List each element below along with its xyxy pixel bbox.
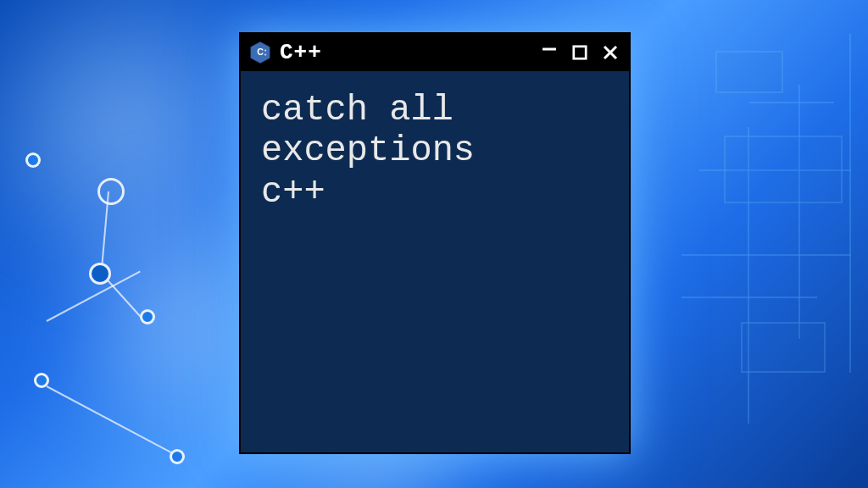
cpp-icon: C + +: [248, 40, 273, 65]
close-button[interactable]: [600, 42, 620, 63]
window-controls: [539, 42, 620, 63]
svg-text:+: +: [264, 53, 267, 57]
minimize-button[interactable]: [539, 39, 559, 59]
maximize-button[interactable]: [570, 42, 590, 63]
svg-text:C: C: [257, 47, 264, 57]
titlebar[interactable]: C + + C++: [241, 34, 629, 71]
terminal-window: C + + C++ catch all exceptions c++: [239, 32, 631, 454]
window-title: C++: [280, 40, 532, 65]
svg-rect-5: [574, 47, 586, 58]
code-content: catch all exceptions c++: [261, 90, 609, 213]
window-body: catch all exceptions c++: [241, 71, 629, 231]
network-decoration: [0, 0, 254, 488]
